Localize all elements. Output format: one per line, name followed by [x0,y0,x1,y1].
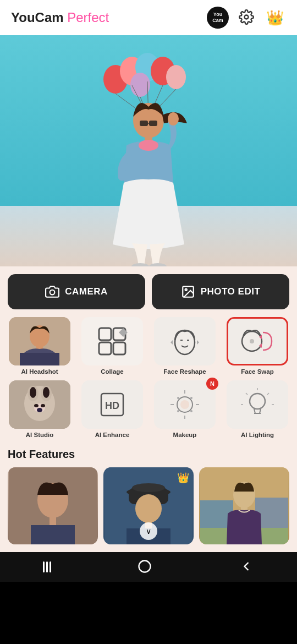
svg-text:HD: HD [105,400,119,411]
svg-point-55 [180,400,189,409]
feature-item-collage[interactable]: Collage [78,317,146,375]
action-buttons-row: CAMERA PHOTO EDIT [0,266,297,309]
face-swap-thumb [227,317,288,365]
svg-point-20 [131,263,149,266]
svg-point-33 [175,330,195,354]
home-icon [137,559,152,574]
feature-item-ai-enhance[interactable]: HD AI Enhance [78,380,146,438]
camera-label: CAMERA [65,286,108,297]
crown-icon: 👑 [266,9,284,26]
face-reshape-thumb [154,317,216,365]
feature-item-face-reshape[interactable]: Face Reshape [151,317,219,375]
ai-headshot-thumb [9,317,70,365]
logo: YouCam Perfect [11,10,109,25]
svg-point-56 [177,397,179,399]
svg-rect-70 [50,517,56,525]
collage-thumb [81,317,143,365]
ai-studio-label: AI Studio [26,432,53,438]
ai-headshot-label: AI Headshot [21,368,58,375]
svg-point-58 [177,410,179,412]
svg-point-57 [190,397,193,399]
svg-rect-15 [149,121,157,126]
svg-rect-29 [99,328,111,340]
face-reshape-label: Face Reshape [163,368,206,375]
collage-label: Collage [101,368,124,375]
svg-point-22 [50,290,55,295]
svg-point-21 [149,263,167,266]
svg-line-65 [246,393,248,395]
hero-image [0,35,297,266]
premium-button[interactable]: 👑 [264,7,286,29]
gear-icon [239,9,254,25]
nav-back-button[interactable] [239,559,254,576]
feature-item-ai-headshot[interactable]: AI Headshot [6,317,74,375]
ai-studio-thumb [9,380,70,429]
ai-lighting-icon [241,388,274,421]
header: YouCam Perfect YouCam 👑 [0,0,297,35]
svg-line-63 [267,393,269,395]
menu-icon [43,561,51,572]
settings-button[interactable] [237,7,256,29]
nav-menu-button[interactable] [43,561,51,572]
svg-point-24 [185,289,186,291]
crown-badge: 👑 [177,472,189,484]
svg-rect-85 [139,560,151,572]
svg-point-47 [37,408,42,412]
collage-icon [97,326,128,357]
bottom-nav [0,552,297,582]
svg-rect-31 [99,342,111,354]
ai-lighting-thumb [227,380,288,429]
feature-item-ai-studio[interactable]: AI Studio [6,380,74,438]
makeup-label: Makeup [173,432,197,438]
header-icons: YouCam 👑 [207,7,286,29]
makeup-thumb: N [154,380,216,429]
svg-point-5 [166,65,186,89]
face-reshape-icon [168,325,201,358]
svg-point-42 [30,387,36,398]
photo-icon [181,285,195,299]
svg-point-59 [190,410,193,412]
svg-point-19 [168,112,179,125]
svg-point-46 [41,404,45,407]
svg-point-18 [139,140,158,151]
photo-edit-button[interactable]: PHOTO EDIT [152,274,289,309]
youcam-badge[interactable]: YouCam [207,7,229,29]
new-badge: N [206,378,218,390]
svg-point-76 [135,494,162,523]
svg-rect-14 [140,121,148,126]
svg-point-0 [245,15,249,19]
logo-youcam: YouCam [11,10,64,25]
feature-item-makeup[interactable]: N Makeup [151,380,219,438]
hot-features-grid: 👑 ∨ [8,467,289,544]
logo-perfect: Perfect [64,10,109,25]
feature-item-ai-lighting[interactable]: AI Lighting [223,380,292,438]
svg-rect-28 [20,353,59,365]
photo-edit-label: PHOTO EDIT [201,286,261,297]
svg-point-43 [43,387,50,398]
face-swap-icon [240,325,275,358]
youcam-badge-text: YouCam [212,12,223,24]
feature-item-face-swap[interactable]: Face Swap [223,317,292,375]
nav-home-button[interactable] [137,559,152,576]
svg-point-45 [34,404,38,407]
hot-features-title: Hot Features [8,446,289,467]
camera-icon [45,285,59,299]
feature-grid: AI Headshot Collage [0,309,297,446]
ai-enhance-thumb: HD [81,380,143,429]
camera-button[interactable]: CAMERA [8,274,145,309]
ai-enhance-icon: HD [97,389,128,420]
svg-point-75 [132,483,165,492]
chevron-button[interactable]: ∨ [140,522,157,540]
hot-feature-card-1[interactable] [8,467,98,544]
hot-feature-card-3[interactable] [199,467,289,544]
hero-person [0,35,297,266]
svg-point-37 [250,339,254,343]
ai-enhance-label: AI Enhance [95,432,130,438]
makeup-icon [168,388,201,421]
hot-feature-card-2[interactable]: 👑 ∨ [103,467,194,544]
svg-rect-71 [31,525,75,544]
hot-features-section: Hot Features [0,446,297,552]
svg-point-6 [130,73,150,97]
svg-point-60 [250,394,265,409]
svg-rect-32 [113,342,125,354]
